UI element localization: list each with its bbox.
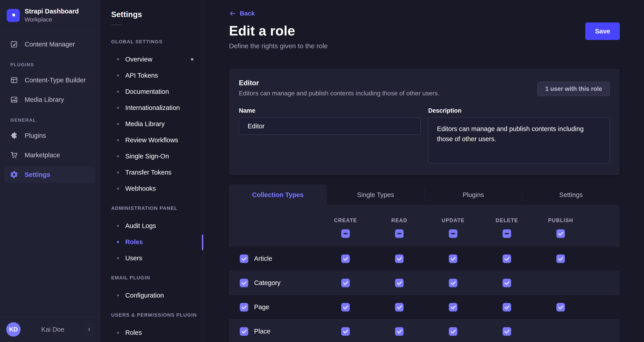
create-checkbox[interactable] — [341, 327, 350, 336]
strapi-logo-icon — [7, 9, 20, 22]
users-with-role-button[interactable]: 1 user with this role — [537, 82, 610, 96]
update-checkbox[interactable] — [449, 327, 457, 336]
sidebar-item-label: Marketplace — [25, 151, 60, 159]
sidebar-item-plugins[interactable]: Plugins — [4, 127, 95, 144]
row-checkbox[interactable] — [240, 279, 248, 287]
read-checkbox[interactable] — [395, 303, 404, 311]
name-label: Name — [239, 107, 420, 114]
row-checkbox[interactable] — [240, 254, 248, 263]
settings-item-api-tokens[interactable]: API Tokens — [100, 67, 203, 83]
section-label: EMAIL PLUGIN — [100, 273, 203, 283]
row-checkbox[interactable] — [240, 303, 248, 311]
page-title: Edit a role — [229, 23, 620, 39]
settings-item-internationalization[interactable]: Internationalization — [100, 100, 203, 116]
section-email-plugin: EMAIL PLUGIN Configuration — [100, 273, 203, 303]
sidebar-item-settings[interactable]: Settings — [4, 166, 95, 183]
bullet-icon — [117, 257, 119, 259]
table-row-page: Page — [229, 295, 620, 319]
settings-item-single-sign-on[interactable]: Single Sign-On — [100, 148, 203, 164]
row-label: Category — [254, 279, 280, 287]
sidebar-item-content-manager[interactable]: Content Manager — [4, 36, 95, 53]
sidebar-item-label: Content Manager — [25, 41, 75, 48]
role-name-input[interactable] — [239, 117, 420, 135]
chevron-left-icon: ‹ — [88, 325, 90, 332]
delete-checkbox[interactable] — [502, 327, 511, 336]
select-all-delete-checkbox[interactable] — [502, 229, 511, 238]
read-checkbox[interactable] — [395, 254, 404, 263]
settings-item-up-roles[interactable]: Roles — [100, 324, 203, 341]
sidebar-item-label: Plugins — [25, 132, 46, 139]
section-label: ADMINISTRATION PANEL — [100, 203, 203, 213]
collapse-sidebar-button[interactable]: ‹ — [85, 324, 94, 335]
select-all-publish-checkbox[interactable] — [556, 229, 565, 238]
select-all-update-checkbox[interactable] — [449, 229, 457, 238]
role-description-input[interactable]: Editors can manage and publish contents … — [428, 117, 610, 163]
permissions-table: CREATE READ UPDATE DELETE PUBLISH Articl… — [229, 205, 620, 342]
settings-item-configuration[interactable]: Configuration — [100, 287, 203, 303]
publish-checkbox[interactable] — [556, 303, 565, 311]
row-checkbox[interactable] — [240, 327, 248, 336]
create-checkbox[interactable] — [341, 303, 350, 311]
title-divider — [111, 25, 122, 25]
tab-single-types[interactable]: Single Types — [327, 185, 424, 205]
page-subtitle: Define the rights given to the role — [229, 42, 620, 50]
settings-item-roles[interactable]: Roles — [100, 234, 203, 250]
delete-checkbox[interactable] — [502, 279, 511, 287]
bullet-icon — [117, 294, 119, 296]
subnav-scrollbar[interactable] — [202, 235, 203, 250]
select-all-create-checkbox[interactable] — [341, 229, 350, 238]
main-sidebar: Strapi Dashboard Workplace Content Manag… — [0, 0, 100, 342]
sidebar-item-media-library[interactable]: Media Library — [4, 91, 95, 108]
table-row-article: Article — [229, 246, 620, 271]
sidebar-item-content-type-builder[interactable]: Content-Type Builder — [4, 72, 95, 88]
settings-item-users[interactable]: Users — [100, 250, 203, 266]
publish-checkbox[interactable] — [556, 254, 565, 263]
settings-item-review-workflows[interactable]: Review Workflows — [100, 132, 203, 148]
sidebar-item-label: Settings — [25, 171, 50, 179]
bullet-icon — [117, 241, 119, 243]
section-global-settings: GLOBAL SETTINGS Overview API Tokens Docu… — [100, 37, 203, 197]
delete-checkbox[interactable] — [502, 254, 511, 263]
permissions-column-headers: CREATE READ UPDATE DELETE PUBLISH — [229, 205, 620, 224]
select-all-read-checkbox[interactable] — [395, 229, 404, 238]
read-checkbox[interactable] — [395, 279, 404, 287]
tab-plugins[interactable]: Plugins — [424, 185, 522, 205]
bullet-icon — [117, 139, 119, 141]
settings-item-transfer-tokens[interactable]: Transfer Tokens — [100, 164, 203, 181]
user-avatar[interactable]: KD — [6, 322, 20, 336]
sidebar-item-marketplace[interactable]: Marketplace — [4, 147, 95, 163]
back-link[interactable]: Back — [229, 10, 255, 17]
section-administration-panel: ADMINISTRATION PANEL Audit Logs Roles Us… — [100, 203, 203, 266]
settings-item-media-library[interactable]: Media Library — [100, 116, 203, 132]
tab-settings[interactable]: Settings — [522, 185, 620, 205]
save-button[interactable]: Save — [585, 23, 620, 40]
table-row-place: Place — [229, 319, 620, 342]
settings-item-audit-logs[interactable]: Audit Logs — [100, 218, 203, 234]
update-checkbox[interactable] — [449, 254, 457, 263]
settings-item-documentation[interactable]: Documentation — [100, 83, 203, 100]
delete-checkbox[interactable] — [502, 303, 511, 311]
workspace-brand: Strapi Dashboard Workplace — [0, 0, 100, 31]
tab-collection-types[interactable]: Collection Types — [229, 185, 327, 205]
role-details-card: Editor Editors can manage and publish co… — [229, 69, 620, 175]
create-checkbox[interactable] — [341, 254, 350, 263]
bullet-icon — [117, 172, 119, 174]
row-label: Article — [254, 255, 272, 262]
section-label: USERS & PERMISSIONS PLUGIN — [100, 310, 203, 320]
column-read: READ — [372, 218, 426, 224]
main-content: Back Edit a role Define the rights given… — [204, 0, 644, 342]
bullet-icon — [117, 188, 119, 190]
update-checkbox[interactable] — [449, 303, 457, 311]
bullet-icon — [117, 332, 119, 334]
read-checkbox[interactable] — [395, 327, 404, 336]
pen-icon — [10, 40, 19, 49]
settings-item-overview[interactable]: Overview — [100, 51, 203, 67]
bullet-icon — [117, 123, 119, 125]
description-label: Description — [428, 107, 610, 114]
name-field-group: Name — [239, 107, 420, 164]
main-nav-list: Content Manager PLUGINS Content-Type Bui… — [0, 31, 100, 186]
sidebar-item-label: Content-Type Builder — [25, 77, 86, 84]
create-checkbox[interactable] — [341, 279, 350, 287]
update-checkbox[interactable] — [449, 279, 457, 287]
settings-item-webhooks[interactable]: Webhooks — [100, 181, 203, 197]
